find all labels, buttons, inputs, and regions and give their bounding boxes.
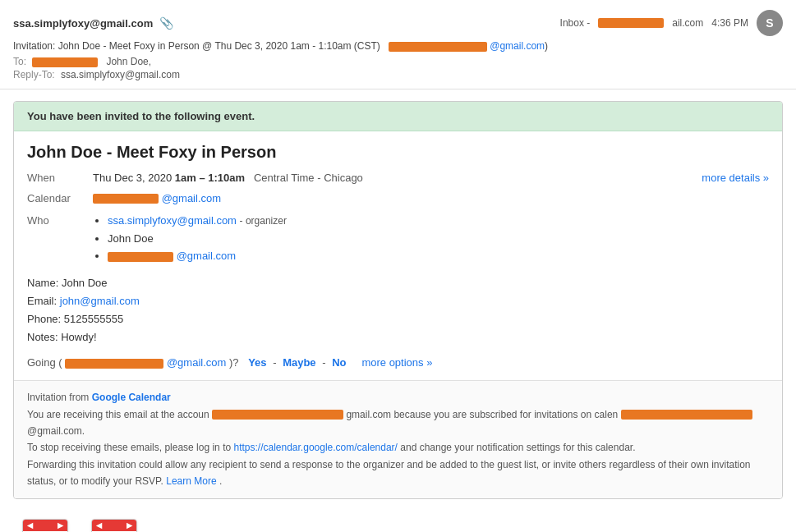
time-stamp: 4:36 PM: [711, 17, 748, 29]
footer-text3-row: Forwarding this invitation could allow a…: [27, 456, 769, 490]
sender-email: ssa.simplyfoxy@gmail.com: [13, 17, 153, 30]
attachments-area: ◀ ▶ 17 ICS MailAttachment.ics ◀ ▶ 17 ICS…: [0, 511, 796, 532]
event-banner: You have been invited to the following e…: [14, 102, 782, 131]
when-label: When: [27, 172, 93, 184]
rsvp-options-link[interactable]: more options »: [361, 356, 432, 369]
rsvp-no-link[interactable]: No: [332, 356, 346, 369]
calendar-label: Calendar: [27, 190, 93, 207]
ics-top-1: ◀ ▶: [23, 520, 67, 531]
redacted-rsvp: [65, 359, 163, 369]
event-title: John Doe - Meet Foxy in Person: [27, 143, 769, 162]
rsvp-row: Going ( @gmail.com )? Yes - Maybe - No m…: [27, 356, 769, 369]
attendee-name: John Doe: [108, 232, 154, 245]
rsvp-sep2: -: [322, 356, 329, 369]
rsvp-maybe-link[interactable]: Maybe: [283, 356, 315, 369]
list-item: ssa.simplyfoxy@gmail.com - organizer: [108, 213, 769, 229]
redacted-footer1: [212, 410, 343, 420]
redacted-to: [32, 57, 98, 67]
who-list: ssa.simplyfoxy@gmail.com - organizer Joh…: [93, 213, 769, 264]
google-calendar-link[interactable]: Google Calendar: [92, 392, 171, 403]
footer-invitation-row: Invitation from Google Calendar: [27, 389, 769, 406]
subject-line: Invitation: John Doe - Meet Foxy in Pers…: [13, 39, 783, 53]
footer-text2-row: To stop receiving these emails, please l…: [27, 439, 769, 456]
calendar-url-link[interactable]: https://calendar.google.com/calendar/: [233, 442, 397, 453]
notes-phone: Phone: 5125555555: [27, 310, 769, 328]
notes-block: Name: John Doe Email: john@gmail.com Pho…: [27, 274, 769, 346]
redacted-footer2: [621, 410, 752, 420]
attachment-item-2: ◀ ▶ 17 ICS invite.ics: [91, 519, 137, 532]
rsvp-yes-link[interactable]: Yes: [248, 356, 266, 369]
calendar-value: @gmail.com: [93, 190, 769, 207]
rsvp-sep1: -: [273, 356, 279, 369]
ics-top-2: ◀ ▶: [92, 520, 136, 531]
avatar: S: [757, 10, 783, 36]
sender-info: ssa.simplyfoxy@gmail.com 📎: [13, 16, 173, 30]
notes-notes: Notes: Howdy!: [27, 328, 769, 346]
redacted-attendee: [108, 252, 173, 262]
attachment-icon: 📎: [159, 16, 173, 30]
event-body: John Doe - Meet Foxy in Person When Thu …: [14, 131, 782, 380]
to-line: To: John Doe,: [13, 56, 783, 67]
when-value: Thu Dec 3, 2020 1am – 1:10am Central Tim…: [93, 172, 363, 184]
when-row: When Thu Dec 3, 2020 1am – 1:10am Centra…: [27, 172, 769, 184]
calendar-row: Calendar @gmail.com: [27, 190, 769, 207]
notes-email: Email: john@gmail.com: [27, 292, 769, 310]
organizer-link[interactable]: ssa.simplyfoxy@gmail.com: [108, 214, 237, 227]
footer-text1-row: You are receiving this email at the acco…: [27, 406, 769, 440]
notes-name: Name: John Doe: [27, 274, 769, 292]
attachment-item-1: ◀ ▶ 17 ICS MailAttachment.ics: [13, 519, 78, 532]
learn-more-link[interactable]: Learn More: [166, 475, 216, 487]
organizer-tag: - organizer: [240, 215, 287, 227]
rsvp-sep3: [352, 356, 356, 369]
redacted-email-header: [598, 18, 664, 28]
more-details-link[interactable]: more details »: [702, 172, 769, 184]
event-card: You have been invited to the following e…: [13, 101, 783, 499]
header-right: Inbox - ail.com 4:36 PM S: [560, 10, 783, 36]
event-footer: Invitation from Google Calendar You are …: [14, 380, 782, 498]
list-item: John Doe: [108, 231, 769, 247]
ics-icon-2[interactable]: ◀ ▶ 17 ICS: [91, 519, 137, 532]
redacted-subject-email: [389, 42, 487, 52]
who-value: ssa.simplyfoxy@gmail.com - organizer Joh…: [93, 213, 769, 266]
redacted-calendar: [93, 194, 159, 204]
inbox-label: Inbox -: [560, 17, 591, 29]
ics-icon-1[interactable]: ◀ ▶ 17 ICS: [22, 519, 68, 532]
who-row: Who ssa.simplyfoxy@gmail.com - organizer…: [27, 213, 769, 266]
list-item: @gmail.com: [108, 248, 769, 264]
reply-to-line: Reply-To: ssa.simplyfoxy@gmail.com: [13, 69, 783, 80]
email-header: ssa.simplyfoxy@gmail.com 📎 Inbox - ail.c…: [0, 0, 796, 89]
email-container: ssa.simplyfoxy@gmail.com 📎 Inbox - ail.c…: [0, 0, 796, 532]
who-label: Who: [27, 213, 93, 229]
notes-email-link[interactable]: john@gmail.com: [60, 295, 140, 307]
